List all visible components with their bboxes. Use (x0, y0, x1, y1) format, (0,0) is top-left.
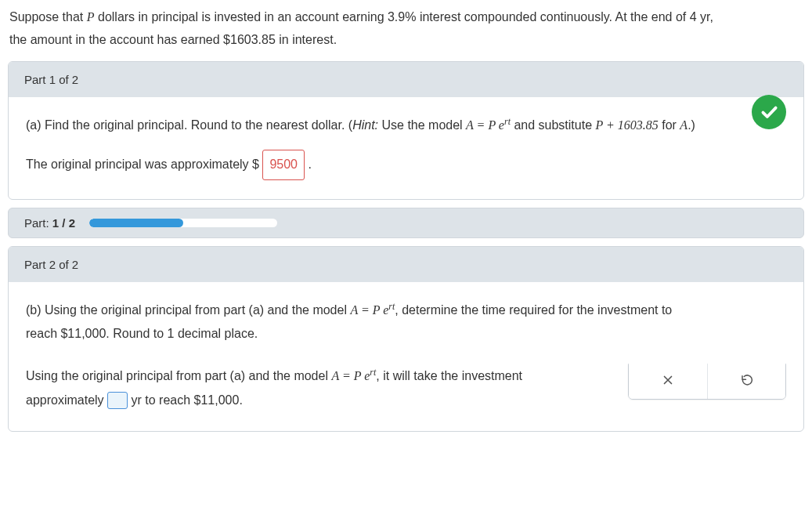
text: for (659, 118, 680, 132)
undo-icon (740, 373, 754, 387)
years-value: 4 (690, 10, 697, 24)
target-amount: $11,000 (60, 327, 106, 340)
part-1-label: Part 1 of 2 (24, 73, 78, 86)
target-amount: $11,000 (194, 393, 240, 407)
text: and substitute (511, 118, 596, 132)
text: . (239, 393, 242, 407)
substitution: P + 1603.85 (596, 118, 659, 132)
part-2-header: Part 2 of 2 (9, 247, 803, 282)
text: interest compounded continuously. At the… (416, 10, 689, 24)
progress-value: 1 / 2 (52, 216, 75, 230)
model-formula: A = P e (331, 369, 370, 382)
part-1-body: (a) Find the original principal. Round t… (9, 97, 803, 199)
part-2-body: (b) Using the original principal from pa… (9, 282, 803, 431)
part-2-question: (b) Using the original principal from pa… (26, 298, 786, 346)
correct-badge (752, 95, 786, 129)
text: (a) Find the original principal. Round t… (26, 118, 352, 132)
text: The original principal was approximately… (26, 158, 259, 171)
progress-fill (89, 219, 183, 227)
var-a: A (680, 118, 687, 132)
clear-button[interactable] (629, 364, 707, 399)
part-1-header: Part 1 of 2 (9, 62, 803, 97)
text: . (308, 158, 311, 171)
text: decimal place. (175, 327, 258, 340)
text: dollars in principal is invested in an a… (95, 10, 388, 24)
text: Using the original principal from part (… (26, 369, 331, 382)
model-exponent: rt (504, 116, 511, 127)
check-icon (759, 102, 779, 122)
action-button-group (628, 364, 786, 400)
var-p: P (87, 10, 95, 24)
text: , determine the time required for the in… (395, 303, 672, 317)
text: .) (687, 118, 695, 132)
interest-value: $1603.85 (223, 33, 276, 46)
text: yr, (697, 10, 713, 24)
decimal-places: 1 (168, 327, 175, 340)
reset-button[interactable] (707, 364, 785, 399)
answer-input-part2[interactable] (107, 392, 128, 409)
text: Use the model (378, 118, 466, 132)
part-2-section: Part 2 of 2 (b) Using the original princ… (8, 246, 804, 432)
answer-box-part1[interactable]: 9500 (262, 150, 305, 179)
problem-statement: Suppose that P dollars in principal is i… (6, 6, 806, 52)
part-1-answer-line: The original principal was approximately… (26, 150, 786, 179)
text: in interest. (276, 33, 337, 46)
text: the amount in the account has earned (9, 33, 223, 46)
progress-bar (89, 219, 277, 227)
part-2-answer-block: Using the original principal from part (… (26, 364, 786, 412)
progress-row: Part: 1 / 2 (8, 208, 804, 238)
text: approximately (26, 393, 107, 407)
rate-value: 3.9% (388, 10, 416, 24)
hint-label: Hint: (352, 118, 378, 132)
text: Suppose that (9, 10, 87, 24)
part-2-label: Part 2 of 2 (24, 258, 78, 271)
text: . Round to (106, 327, 167, 340)
model-formula: A = P e (350, 303, 388, 317)
part-1-section: Part 1 of 2 (a) Find the original princi… (8, 61, 804, 200)
progress-label: Part: 1 / 2 (24, 216, 75, 230)
model-formula: A = P e (466, 118, 504, 132)
part-1-question: (a) Find the original principal. Round t… (26, 113, 786, 138)
text: yr to reach (132, 393, 194, 407)
text: Part: (24, 216, 52, 230)
close-icon (661, 373, 675, 387)
text: reach (26, 327, 60, 340)
text: (b) Using the original principal from pa… (26, 303, 350, 317)
text: , it will take the investment (376, 369, 522, 382)
